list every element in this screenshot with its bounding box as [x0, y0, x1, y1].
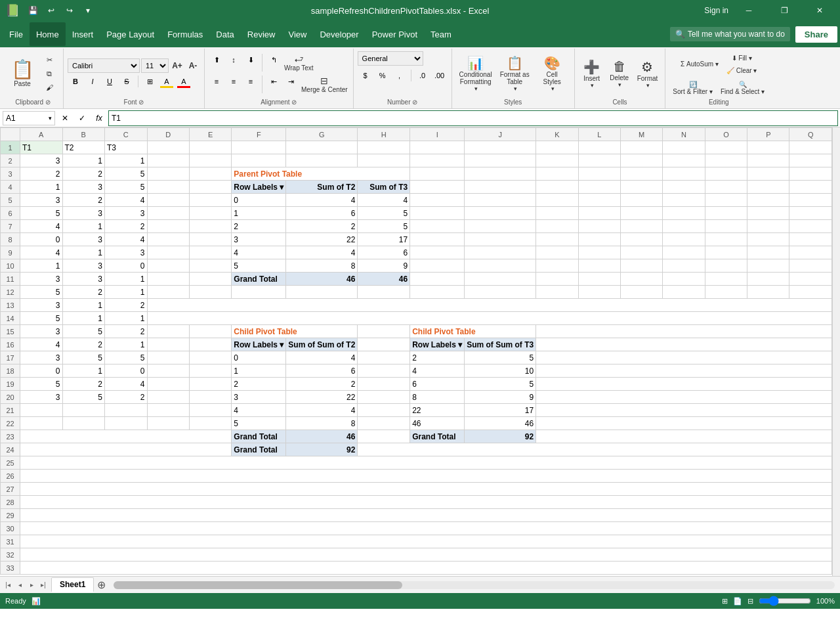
- cell-Q1[interactable]: [789, 141, 832, 154]
- cell-N5[interactable]: [663, 194, 705, 207]
- cell-I10[interactable]: [410, 259, 465, 273]
- sheet-nav-next[interactable]: ▸: [26, 580, 37, 590]
- cell-D19[interactable]: [147, 378, 189, 391]
- cell-E7[interactable]: [189, 220, 231, 233]
- cell-Q4[interactable]: [789, 181, 832, 194]
- cell-P12[interactable]: [747, 286, 789, 299]
- sign-in-button[interactable]: Sign in: [704, 6, 728, 15]
- cell-J10[interactable]: [465, 259, 536, 273]
- cell-C4[interactable]: 5: [105, 181, 148, 194]
- border-button[interactable]: ⊞: [142, 74, 158, 89]
- cell-N4[interactable]: [663, 181, 705, 194]
- name-box-arrow[interactable]: ▾: [49, 115, 52, 121]
- col-header-F[interactable]: F: [232, 128, 286, 141]
- cell-F12[interactable]: [232, 286, 286, 299]
- cell-H9[interactable]: 6: [358, 246, 410, 259]
- cell-F8[interactable]: 3: [232, 233, 286, 246]
- cell-E3[interactable]: [189, 167, 231, 181]
- cell-N2[interactable]: [663, 154, 705, 167]
- currency-button[interactable]: $: [358, 68, 373, 83]
- cell-J2[interactable]: [465, 154, 536, 167]
- cell-L3[interactable]: [578, 167, 620, 181]
- row-header-22[interactable]: 22: [1, 417, 20, 430]
- cell-H10[interactable]: 9: [358, 259, 410, 273]
- cell-L1[interactable]: [578, 141, 620, 154]
- cell-G19[interactable]: 2: [286, 378, 358, 391]
- grid-wrapper[interactable]: A B C D E F G H I J K L M N O: [0, 127, 832, 576]
- cell-O10[interactable]: [705, 259, 747, 273]
- cell-J17[interactable]: 5: [465, 351, 536, 364]
- find-select-button[interactable]: 🔍 Find & Select ▾: [717, 79, 768, 97]
- strikethrough-button[interactable]: S: [119, 74, 135, 89]
- cell-E1[interactable]: [189, 141, 231, 154]
- cell-M4[interactable]: [620, 181, 662, 194]
- cell-B6[interactable]: 3: [62, 207, 105, 220]
- cell-C7[interactable]: 2: [105, 220, 148, 233]
- cell-B9[interactable]: 1: [62, 246, 105, 259]
- cell-J18[interactable]: 10: [465, 364, 536, 378]
- cell-Q7[interactable]: [789, 220, 832, 233]
- cell-Q2[interactable]: [789, 154, 832, 167]
- cell-O7[interactable]: [705, 220, 747, 233]
- cell-E4[interactable]: [189, 181, 231, 194]
- cell-E15[interactable]: [189, 325, 231, 338]
- cell-D18[interactable]: [147, 364, 189, 378]
- cell-H17[interactable]: [358, 351, 410, 364]
- text-direction-button[interactable]: ↰: [266, 53, 282, 67]
- cell-G6[interactable]: 6: [286, 207, 358, 220]
- cell-O9[interactable]: [705, 246, 747, 259]
- cell-J6[interactable]: [465, 207, 536, 220]
- sort-filter-button[interactable]: 🔃 Sort & Filter ▾: [669, 79, 716, 97]
- cell-P10[interactable]: [747, 259, 789, 273]
- cell-H1[interactable]: [358, 141, 410, 154]
- cell-B22[interactable]: [62, 417, 105, 430]
- cell-O2[interactable]: [705, 154, 747, 167]
- cell-C22[interactable]: [105, 417, 148, 430]
- cell-I7[interactable]: [410, 220, 465, 233]
- cell-A22[interactable]: [20, 417, 63, 430]
- cell-C6[interactable]: 3: [105, 207, 148, 220]
- row-header-33[interactable]: 33: [1, 562, 20, 575]
- cell-H2[interactable]: [358, 154, 410, 167]
- cell-F17[interactable]: 0: [232, 351, 286, 364]
- cell-I16[interactable]: Row Labels ▾: [410, 338, 465, 351]
- cell-K1[interactable]: [536, 141, 578, 154]
- cell-F11[interactable]: Grand Total: [232, 273, 286, 286]
- cell-A9[interactable]: 4: [20, 246, 63, 259]
- cell-K5[interactable]: [536, 194, 578, 207]
- row-header-9[interactable]: 9: [1, 246, 20, 259]
- menu-insert[interactable]: Insert: [66, 22, 100, 46]
- cell-L5[interactable]: [578, 194, 620, 207]
- col-header-L[interactable]: L: [578, 128, 620, 141]
- copy-button[interactable]: ⧉: [39, 68, 59, 80]
- font-color-button[interactable]: A: [176, 74, 192, 89]
- cell-G7[interactable]: 2: [286, 220, 358, 233]
- cell-G11[interactable]: 46: [286, 273, 358, 286]
- cell-A21[interactable]: [20, 404, 63, 417]
- col-header-O[interactable]: O: [705, 128, 747, 141]
- insert-function-button[interactable]: fx: [92, 111, 106, 125]
- cell-I9[interactable]: [410, 246, 465, 259]
- cell-A18[interactable]: 0: [20, 364, 63, 378]
- redo-button[interactable]: ↪: [62, 3, 77, 18]
- col-header-P[interactable]: P: [747, 128, 789, 141]
- number-format-select[interactable]: General: [358, 51, 423, 66]
- cell-K2[interactable]: [536, 154, 578, 167]
- cell-Q9[interactable]: [789, 246, 832, 259]
- cell-L8[interactable]: [578, 233, 620, 246]
- cell-I1[interactable]: [410, 141, 465, 154]
- decrease-font-button[interactable]: A-: [186, 58, 200, 73]
- col-header-I[interactable]: I: [410, 128, 465, 141]
- sheet-nav-last[interactable]: ▸|: [38, 580, 49, 590]
- cell-D2[interactable]: [147, 154, 189, 167]
- cell-K9[interactable]: [536, 246, 578, 259]
- cell-F19[interactable]: 2: [232, 378, 286, 391]
- row-header-30[interactable]: 30: [1, 522, 20, 535]
- cell-D6[interactable]: [147, 207, 189, 220]
- cell-L11[interactable]: [578, 273, 620, 286]
- cell-P1[interactable]: [747, 141, 789, 154]
- cell-C21[interactable]: [105, 404, 148, 417]
- fill-color-button[interactable]: A: [159, 74, 175, 89]
- fill-button[interactable]: ⬇ Fill ▾: [723, 53, 760, 64]
- col-header-M[interactable]: M: [620, 128, 662, 141]
